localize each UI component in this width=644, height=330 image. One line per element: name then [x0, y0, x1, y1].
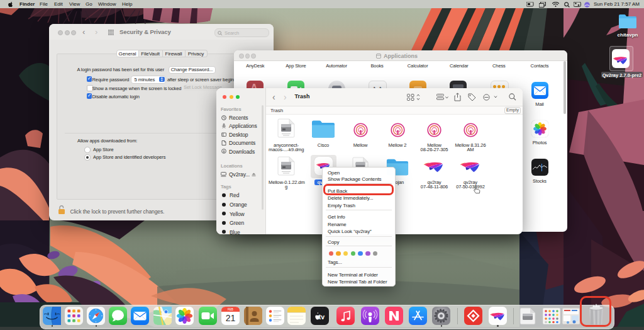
svg-text:FEB: FEB [228, 308, 233, 311]
svg-text:21: 21 [226, 313, 236, 323]
svg-text:tv: tv [318, 312, 324, 320]
